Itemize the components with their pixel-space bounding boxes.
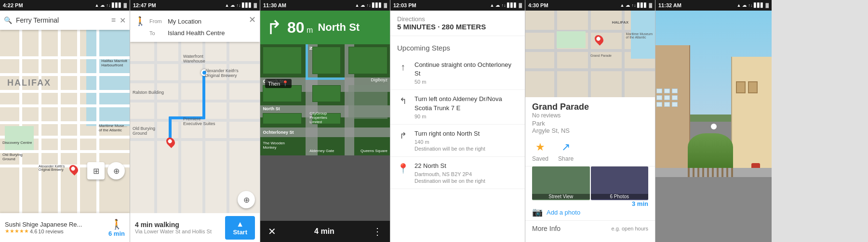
walk-info-1: 🚶 6 min (108, 218, 125, 237)
street-view-6[interactable] (655, 11, 772, 242)
nav-bottom-3: ✕ 4 min ⋮ (260, 221, 390, 242)
step-item-1: ↑ Continue straight onto Ochterloney St … (390, 56, 525, 90)
search-input-1[interactable] (16, 16, 107, 24)
signal-bars-2: ▋▋▋ (242, 3, 252, 8)
sv-window (656, 102, 662, 107)
photos-label: 6 Photos (591, 194, 649, 199)
place-type-5: Park Argyle St, NS (532, 120, 648, 134)
sv-car (751, 163, 760, 168)
status-icons-5: ▲ ☁ ↑↓ ▋▋▋ ▓ (620, 3, 652, 8)
status-icons-6: ▲ ☁ ↑↓ ▋▋▋ ▓ (737, 3, 769, 8)
signal-bars-5: ▋▋▋ (637, 3, 647, 8)
destination-pin-icon: 📍 (397, 163, 409, 174)
sv-window (656, 95, 662, 100)
start-label: Start (233, 229, 247, 236)
place-map-5: HALIFAX Maritime Museumof the Atlantic G… (525, 11, 655, 97)
route-close-button[interactable]: ✕ (249, 14, 256, 25)
status-icons-1: ▲ ☁ ↑↓ ▋▋▋ ▓ (95, 3, 127, 8)
photo-strip-5: Street View 6 Photos (525, 166, 655, 204)
close-icon-1[interactable]: ✕ (120, 16, 126, 25)
saved-icon: ★ (535, 141, 545, 153)
share-icon: ↗ (561, 141, 570, 153)
wifi-icon-3: ☁ (361, 3, 365, 8)
status-bar-3: 11:30 AM ▲ ☁ ↑↓ ▋▋▋ ▓ (260, 0, 390, 11)
sv-window (664, 89, 670, 93)
signal-icon-4: ▲ (490, 3, 494, 8)
signal-bars-4: ▋▋▋ (507, 3, 517, 8)
place-actions-5: ★ Saved ↗ Share (525, 137, 655, 166)
halifax-label: HALIFAX (7, 78, 51, 88)
step-text-4: 22 North St Dartmouth, NS B2Y 2P4 Destin… (414, 162, 518, 184)
nav-close-button[interactable]: ✕ (268, 226, 276, 237)
status-icons-4: ▲ ☁ ↑↓ ▋▋▋ ▓ (490, 3, 522, 8)
route-header-2: 🚶 From My Location To Island Health Cent… (130, 11, 260, 42)
nav-distance-3: 80 (287, 19, 305, 36)
add-photo-label: Add a photo (547, 209, 580, 216)
panel-route: 12:47 PM ▲ ☁ ↑↓ ▋▋▋ ▓ 🚶 From My Location… (130, 0, 260, 242)
step-text-1: Continue straight onto Ochterloney St 50… (414, 61, 518, 85)
sv-road (655, 168, 772, 242)
walk-icon-1: 🚶 (108, 218, 125, 230)
to-label: To (149, 30, 164, 36)
from-value[interactable]: My Location (168, 18, 201, 25)
navigation-arrow-icon: ▲ (236, 220, 244, 229)
share-action[interactable]: ↗ Share (558, 141, 574, 162)
nav-street-3: North St (318, 21, 384, 34)
street-view-label: Street View (532, 194, 590, 199)
signal-icon-6: ▲ (737, 3, 741, 8)
search-bar-1[interactable]: 🔍 ≡ ✕ (0, 11, 130, 30)
status-bar-5: 4:30 PM ▲ ☁ ↑↓ ▋▋▋ ▓ (525, 0, 655, 11)
layers-button-1[interactable]: ⊞ (87, 162, 105, 179)
step-dist-3: 140 m (414, 139, 518, 145)
status-bar-4: 12:03 PM ▲ ☁ ↑↓ ▋▋▋ ▓ (390, 0, 525, 11)
status-bar-2: 12:47 PM ▲ ☁ ↑↓ ▋▋▋ ▓ (130, 0, 260, 11)
sv-vegetation (688, 133, 733, 168)
compass-button-2[interactable]: ⊕ (238, 191, 255, 208)
menu-icon-1[interactable]: ≡ (111, 16, 116, 25)
turn-arrow-icon: ↱ (266, 16, 282, 38)
bottom-route-2: 4 min walking Via Lower Water St and Hol… (130, 213, 260, 242)
step-main-4: 22 North St (414, 162, 518, 170)
nav-menu-button[interactable]: ⋮ (373, 226, 382, 237)
saved-action[interactable]: ★ Saved (532, 141, 548, 162)
map-bg-2: WaterfrontWarehouse Alexander Keith'sOri… (130, 42, 260, 213)
status-bar-1: 4:22 PM ▲ ☁ ↑↓ ▋▋▋ ▓ (0, 0, 130, 11)
search-icon-1: 🔍 (4, 16, 12, 24)
route-to-row: To Island Health Centre (135, 28, 255, 38)
photos-thumb[interactable]: 6 Photos (591, 166, 649, 200)
camera-icon: 📷 (532, 207, 543, 217)
route-from-row: 🚶 From My Location (135, 14, 255, 28)
to-value[interactable]: Island Health Centre (168, 29, 225, 37)
share-label: Share (558, 155, 574, 162)
time-3: 11:30 AM (263, 2, 286, 8)
sv-center-dot[interactable] (709, 122, 718, 131)
step-dist-2: 90 m (414, 114, 518, 119)
time-4: 12:03 PM (393, 2, 416, 8)
street-view-thumb[interactable]: Street View (532, 166, 590, 200)
status-icons-3: ▲ ☁ ↑↓ ▋▋▋ ▓ (355, 3, 387, 8)
step-main-2: Turn left onto Alderney Dr/Nova Scotia T… (414, 95, 518, 112)
more-info-hint: e.g. open hours (612, 226, 648, 231)
panel-street-view: 11:32 AM ▲ ☁ ↑↓ ▋▋▋ ▓ (655, 0, 772, 242)
route-via-2: Via Lower Water St and Hollis St (135, 229, 225, 234)
panel-navigation: 11:30 AM ▲ ☁ ↑↓ ▋▋▋ ▓ ↱ 80 m North St (260, 0, 390, 242)
step-main-3: Turn right onto North St (414, 129, 518, 138)
step-sub-3: Destination will be on the right (414, 146, 518, 152)
wifi-icon-2: ☁ (230, 3, 235, 8)
more-info-row[interactable]: More Info e.g. open hours (525, 221, 655, 236)
panel-place-detail: 4:30 PM ▲ ☁ ↑↓ ▋▋▋ ▓ HALIFAX Maritime Mu… (525, 0, 655, 242)
more-info-label: More Info (532, 225, 561, 232)
time-5: 4:30 PM (528, 2, 548, 8)
then-label-3: Then 📍 (265, 79, 292, 88)
sv-window (672, 95, 678, 100)
compass-button-1[interactable]: ⊕ (107, 162, 125, 179)
step-icon-3: ↱ (397, 130, 409, 141)
wifi-icon-6: ☁ (742, 3, 747, 8)
place-name-5: Grand Parade (532, 102, 648, 112)
signal-icon-3: ▲ (355, 3, 360, 8)
start-button-2[interactable]: ▲ Start (225, 216, 255, 240)
place-name-1: Sushi Shige Japanese Re... (5, 221, 108, 228)
place-header-5: Grand Parade No reviews Park Argyle St, … (525, 97, 655, 137)
stars-1: ★★★★★ (5, 228, 29, 234)
sv-window (656, 89, 662, 93)
